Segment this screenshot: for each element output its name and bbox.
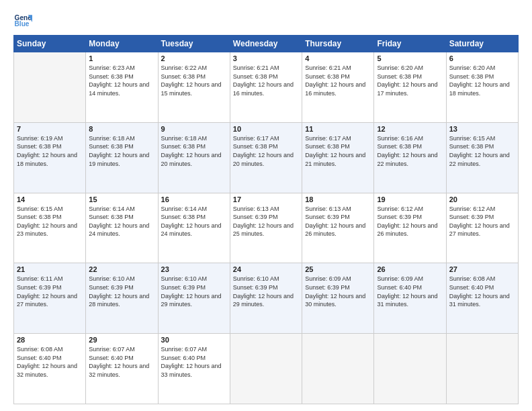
calendar-day-cell [14, 52, 86, 123]
day-number: 24 [233, 265, 299, 273]
day-of-week-header: Sunday [14, 36, 86, 52]
day-number: 27 [449, 265, 515, 273]
calendar-day-cell: 19Sunrise: 6:12 AMSunset: 6:39 PMDayligh… [374, 193, 446, 263]
page: General Blue SundayMondayTuesdayWednesda… [0, 0, 532, 411]
calendar-day-cell [302, 334, 374, 404]
day-number: 23 [161, 265, 227, 273]
day-of-week-header: Thursday [302, 36, 374, 52]
day-info: Sunrise: 6:10 AMSunset: 6:39 PMDaylight:… [89, 275, 154, 308]
logo-icon: General Blue [13, 11, 32, 30]
day-number: 7 [17, 125, 83, 133]
day-of-week-header: Wednesday [230, 36, 302, 52]
calendar-week-row: 21Sunrise: 6:11 AMSunset: 6:39 PMDayligh… [14, 263, 519, 334]
day-number: 10 [233, 125, 299, 133]
day-info: Sunrise: 6:08 AMSunset: 6:40 PMDaylight:… [17, 345, 83, 379]
svg-text:Blue: Blue [15, 20, 30, 28]
day-number: 14 [17, 195, 83, 203]
calendar-day-cell: 11Sunrise: 6:17 AMSunset: 6:38 PMDayligh… [302, 122, 374, 193]
calendar-day-cell: 13Sunrise: 6:15 AMSunset: 6:38 PMDayligh… [446, 122, 518, 193]
calendar-day-cell: 16Sunrise: 6:14 AMSunset: 6:38 PMDayligh… [158, 193, 230, 263]
calendar-day-cell: 10Sunrise: 6:17 AMSunset: 6:38 PMDayligh… [230, 122, 302, 193]
calendar-day-cell: 15Sunrise: 6:14 AMSunset: 6:38 PMDayligh… [86, 193, 158, 263]
calendar-day-cell: 14Sunrise: 6:15 AMSunset: 6:38 PMDayligh… [14, 193, 86, 263]
day-info: Sunrise: 6:12 AMSunset: 6:39 PMDaylight:… [377, 205, 443, 238]
day-number: 28 [17, 336, 83, 344]
day-number: 20 [449, 195, 515, 203]
day-number: 2 [161, 54, 227, 62]
day-number: 1 [89, 54, 154, 62]
day-info: Sunrise: 6:07 AMSunset: 6:40 PMDaylight:… [89, 345, 154, 379]
calendar-week-row: 28Sunrise: 6:08 AMSunset: 6:40 PMDayligh… [14, 334, 519, 404]
calendar-day-cell [374, 334, 446, 404]
day-info: Sunrise: 6:12 AMSunset: 6:39 PMDaylight:… [449, 205, 515, 238]
calendar-day-cell: 17Sunrise: 6:13 AMSunset: 6:39 PMDayligh… [230, 193, 302, 263]
calendar-week-row: 7Sunrise: 6:19 AMSunset: 6:38 PMDaylight… [14, 122, 519, 193]
day-info: Sunrise: 6:09 AMSunset: 6:40 PMDaylight:… [377, 275, 443, 308]
calendar-day-cell [446, 334, 518, 404]
calendar-day-cell: 12Sunrise: 6:16 AMSunset: 6:38 PMDayligh… [374, 122, 446, 193]
day-info: Sunrise: 6:15 AMSunset: 6:38 PMDaylight:… [17, 205, 83, 238]
day-info: Sunrise: 6:22 AMSunset: 6:38 PMDaylight:… [161, 64, 227, 97]
day-info: Sunrise: 6:14 AMSunset: 6:38 PMDaylight:… [89, 205, 154, 238]
day-info: Sunrise: 6:13 AMSunset: 6:39 PMDaylight:… [305, 205, 371, 238]
calendar-day-cell: 29Sunrise: 6:07 AMSunset: 6:40 PMDayligh… [86, 334, 158, 404]
day-number: 29 [89, 336, 154, 344]
day-number: 9 [161, 125, 227, 133]
day-info: Sunrise: 6:13 AMSunset: 6:39 PMDaylight:… [233, 205, 299, 238]
day-info: Sunrise: 6:19 AMSunset: 6:38 PMDaylight:… [17, 134, 83, 168]
calendar-header-row: SundayMondayTuesdayWednesdayThursdayFrid… [14, 36, 519, 52]
calendar-day-cell: 23Sunrise: 6:10 AMSunset: 6:39 PMDayligh… [158, 263, 230, 334]
day-of-week-header: Saturday [446, 36, 518, 52]
day-number: 12 [377, 125, 443, 133]
day-info: Sunrise: 6:15 AMSunset: 6:38 PMDaylight:… [449, 134, 515, 168]
day-number: 8 [89, 125, 154, 133]
day-number: 25 [305, 265, 371, 273]
day-info: Sunrise: 6:20 AMSunset: 6:38 PMDaylight:… [449, 64, 515, 97]
day-info: Sunrise: 6:20 AMSunset: 6:38 PMDaylight:… [377, 64, 443, 97]
calendar-table: SundayMondayTuesdayWednesdayThursdayFrid… [13, 35, 519, 404]
day-number: 3 [233, 54, 299, 62]
calendar-day-cell: 8Sunrise: 6:18 AMSunset: 6:38 PMDaylight… [86, 122, 158, 193]
calendar-day-cell: 7Sunrise: 6:19 AMSunset: 6:38 PMDaylight… [14, 122, 86, 193]
day-number: 16 [161, 195, 227, 203]
day-number: 21 [17, 265, 83, 273]
day-info: Sunrise: 6:23 AMSunset: 6:38 PMDaylight:… [89, 64, 154, 97]
day-of-week-header: Monday [86, 36, 158, 52]
day-info: Sunrise: 6:09 AMSunset: 6:39 PMDaylight:… [305, 275, 371, 308]
calendar-day-cell: 3Sunrise: 6:21 AMSunset: 6:38 PMDaylight… [230, 52, 302, 123]
calendar-day-cell: 6Sunrise: 6:20 AMSunset: 6:38 PMDaylight… [446, 52, 518, 123]
day-of-week-header: Tuesday [158, 36, 230, 52]
calendar-day-cell: 2Sunrise: 6:22 AMSunset: 6:38 PMDaylight… [158, 52, 230, 123]
calendar-day-cell [230, 334, 302, 404]
day-info: Sunrise: 6:07 AMSunset: 6:40 PMDaylight:… [161, 345, 227, 379]
day-info: Sunrise: 6:10 AMSunset: 6:39 PMDaylight:… [161, 275, 227, 308]
calendar-day-cell: 30Sunrise: 6:07 AMSunset: 6:40 PMDayligh… [158, 334, 230, 404]
day-info: Sunrise: 6:17 AMSunset: 6:38 PMDaylight:… [233, 134, 299, 168]
calendar-day-cell: 24Sunrise: 6:10 AMSunset: 6:39 PMDayligh… [230, 263, 302, 334]
day-info: Sunrise: 6:21 AMSunset: 6:38 PMDaylight:… [305, 64, 371, 97]
day-number: 5 [377, 54, 443, 62]
calendar-day-cell: 28Sunrise: 6:08 AMSunset: 6:40 PMDayligh… [14, 334, 86, 404]
day-info: Sunrise: 6:11 AMSunset: 6:39 PMDaylight:… [17, 275, 83, 308]
calendar-day-cell: 5Sunrise: 6:20 AMSunset: 6:38 PMDaylight… [374, 52, 446, 123]
calendar-week-row: 1Sunrise: 6:23 AMSunset: 6:38 PMDaylight… [14, 52, 519, 123]
day-number: 22 [89, 265, 154, 273]
day-info: Sunrise: 6:08 AMSunset: 6:40 PMDaylight:… [449, 275, 515, 308]
calendar-day-cell: 1Sunrise: 6:23 AMSunset: 6:38 PMDaylight… [86, 52, 158, 123]
calendar-week-row: 14Sunrise: 6:15 AMSunset: 6:38 PMDayligh… [14, 193, 519, 263]
calendar-day-cell: 9Sunrise: 6:18 AMSunset: 6:38 PMDaylight… [158, 122, 230, 193]
calendar-day-cell: 20Sunrise: 6:12 AMSunset: 6:39 PMDayligh… [446, 193, 518, 263]
calendar-day-cell: 4Sunrise: 6:21 AMSunset: 6:38 PMDaylight… [302, 52, 374, 123]
day-number: 15 [89, 195, 154, 203]
day-info: Sunrise: 6:17 AMSunset: 6:38 PMDaylight:… [305, 134, 371, 168]
calendar-day-cell: 21Sunrise: 6:11 AMSunset: 6:39 PMDayligh… [14, 263, 86, 334]
calendar-day-cell: 18Sunrise: 6:13 AMSunset: 6:39 PMDayligh… [302, 193, 374, 263]
header: General Blue [13, 11, 519, 30]
day-of-week-header: Friday [374, 36, 446, 52]
calendar-day-cell: 27Sunrise: 6:08 AMSunset: 6:40 PMDayligh… [446, 263, 518, 334]
day-info: Sunrise: 6:10 AMSunset: 6:39 PMDaylight:… [233, 275, 299, 308]
day-info: Sunrise: 6:21 AMSunset: 6:38 PMDaylight:… [233, 64, 299, 97]
day-number: 13 [449, 125, 515, 133]
day-number: 4 [305, 54, 371, 62]
day-info: Sunrise: 6:16 AMSunset: 6:38 PMDaylight:… [377, 134, 443, 168]
